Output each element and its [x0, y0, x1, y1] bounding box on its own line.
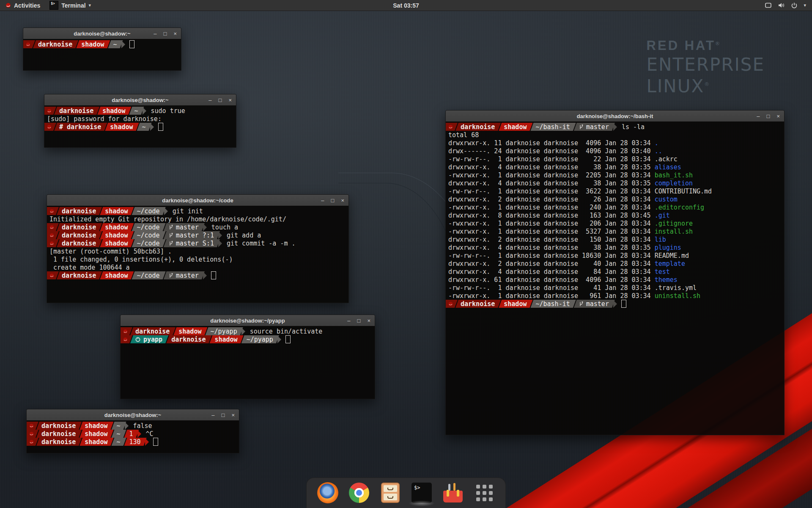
prompt-segment-host: shadow — [80, 430, 113, 438]
terminal-window-code: darknoise@shadow:~/code –□× darknoisesha… — [47, 194, 349, 303]
prompt-segment-host: shadow — [100, 239, 134, 247]
output-line: -rw-rw-r--. 1 darknoise darknoise 18630 … — [446, 251, 784, 260]
files-icon[interactable] — [379, 482, 401, 504]
maximize-button[interactable]: □ — [164, 31, 167, 36]
volume-icon — [778, 2, 785, 8]
maximize-button[interactable]: □ — [219, 97, 222, 103]
prompt-segment-err: 130 — [124, 438, 147, 446]
command-text: touch a — [211, 224, 238, 231]
fedora-icon — [27, 422, 38, 430]
terminal-window-sudo: darknoise@shadow:~ –□× darknoiseshadow~s… — [44, 94, 236, 148]
prompt-segment-path: ~ — [137, 123, 152, 131]
file-name: custom — [655, 196, 678, 203]
file-name: lib — [655, 236, 666, 243]
command-text: sudo true — [151, 107, 185, 115]
output-line: -rwxrwxr-x. 1 darknoise darknoise 206 Ja… — [446, 219, 784, 227]
terminal-cursor — [621, 300, 626, 308]
command-text: ls -la — [622, 123, 645, 131]
close-button[interactable]: × — [231, 412, 235, 418]
close-button[interactable]: × — [228, 97, 232, 103]
clock[interactable]: Sat 03:57 — [393, 2, 419, 9]
titlebar[interactable]: darknoise@shadow:~/pyapp –□× — [121, 315, 375, 326]
window-title: darknoise@shadow:~/bash-it — [446, 110, 784, 121]
firefox-icon[interactable] — [317, 482, 339, 504]
prompt-segment-git: master — [574, 300, 615, 308]
window-title: darknoise@shadow:~/code — [47, 195, 348, 206]
close-button[interactable]: × — [367, 318, 370, 323]
minimize-button[interactable]: – — [211, 412, 214, 418]
minimize-button[interactable]: – — [321, 198, 324, 203]
maximize-button[interactable]: □ — [331, 198, 335, 203]
maximize-button[interactable]: □ — [767, 113, 770, 119]
caret-down-icon: ▾ — [89, 3, 91, 8]
prompt-segment-host: shadow — [80, 438, 113, 446]
close-button[interactable]: × — [173, 31, 177, 36]
app-menu-terminal[interactable]: $> Terminal ▾ — [45, 0, 95, 11]
file-name: .gitignore — [655, 220, 693, 227]
prompt-line: darknoiseshadow~/codemaster ?:1git add a — [47, 231, 348, 239]
output-line: -rwxrwxr-x. 1 darknoise darknoise 2205 J… — [446, 171, 784, 179]
titlebar[interactable]: darknoise@shadow:~/bash-it –□× — [446, 110, 784, 122]
output-line: -rwxrwxr-x. 1 darknoise darknoise 240 Ja… — [446, 203, 784, 211]
maximize-button[interactable]: □ — [357, 318, 361, 323]
fedora-icon — [47, 271, 59, 279]
prompt-segment-path: ~ — [111, 422, 126, 430]
close-button[interactable]: × — [341, 198, 344, 203]
prompt-line: darknoiseshadow~/bash-itmasterls -la — [446, 123, 784, 131]
output-line: total 68 — [446, 131, 784, 139]
prompt-segment-user: darknoise — [57, 231, 102, 239]
file-name: test — [655, 268, 670, 276]
output-line: Initialized empty Git repository in /hom… — [47, 215, 348, 223]
terminal-body[interactable]: darknoiseshadow~/codegit initInitialized… — [47, 206, 348, 303]
prompt-segment-path: ~/code — [132, 207, 165, 215]
titlebar[interactable]: darknoise@shadow:~ –□× — [44, 94, 236, 106]
terminal-icon[interactable]: $> — [411, 482, 433, 504]
terminal-body[interactable]: darknoiseshadow~/bash-itmasterls -latota… — [446, 121, 784, 435]
prompt-line: darknoiseshadow~1^C — [27, 430, 239, 438]
titlebar[interactable]: darknoise@shadow:~ –□× — [27, 409, 239, 421]
command-text: git commit -a -m . — [227, 240, 296, 247]
terminal-window-pyapp: darknoise@shadow:~/pyapp –□× darknoisesh… — [120, 315, 375, 399]
output-line: drwxrwxr-x. 11 darknoise darknoise 4096 … — [446, 139, 784, 147]
command-text: false — [133, 422, 152, 430]
minimize-button[interactable]: – — [208, 97, 211, 103]
activities-button[interactable]: Activities — [0, 0, 45, 11]
prompt-segment-path: ~ — [111, 438, 126, 446]
file-name: .git — [655, 212, 670, 219]
fedora-icon — [121, 327, 132, 335]
terminal-cursor — [153, 438, 158, 446]
maximize-button[interactable]: □ — [222, 412, 225, 418]
terminal-body[interactable]: darknoiseshadow~ — [23, 39, 181, 70]
minimize-button[interactable]: – — [757, 113, 760, 119]
toolbox-icon[interactable] — [442, 482, 464, 504]
titlebar[interactable]: darknoise@shadow:~/code –□× — [47, 195, 348, 206]
file-name: .travis.yml — [655, 284, 697, 292]
file-name: .editorconfig — [655, 204, 704, 211]
output-line: drwxrwxr-x. 4 darknoise darknoise 38 Jan… — [446, 163, 784, 171]
terminal-body[interactable]: darknoiseshadow~sudo true[sudo] password… — [44, 105, 236, 147]
chrome-icon[interactable] — [348, 482, 370, 504]
minimize-button[interactable]: – — [347, 318, 350, 323]
prompt-segment-path: ~/code — [132, 239, 165, 247]
titlebar[interactable]: darknoise@shadow:~ –□× — [23, 28, 181, 39]
prompt-line: darknoiseshadow~/codemaster — [47, 271, 348, 279]
terminal-window-home-2: darknoise@shadow:~ –□× darknoiseshadow~f… — [26, 409, 239, 453]
prompt-segment-path: ~/bash-it — [530, 300, 576, 308]
close-button[interactable]: × — [776, 113, 780, 119]
terminal-body[interactable]: darknoiseshadow~/pyappsource bin/activat… — [121, 326, 375, 399]
prompt-segment-host: shadow — [100, 223, 134, 231]
system-status-area[interactable]: ▾ — [765, 0, 812, 11]
command-text: source bin/activate — [250, 328, 323, 335]
prompt-segment-user: darknoise — [57, 271, 102, 279]
prompt-segment-git: master — [164, 271, 205, 279]
terminal-body[interactable]: darknoiseshadow~falsedarknoiseshadow~1^C… — [27, 420, 239, 453]
output-line: -rw-rw-r--. 1 darknoise darknoise 3622 J… — [446, 187, 784, 195]
output-line: drwxrwxr-x. 4 darknoise darknoise 38 Jan… — [446, 179, 784, 187]
command-text: ^C — [146, 430, 154, 438]
minimize-button[interactable]: – — [154, 31, 156, 36]
fedora-icon — [47, 223, 59, 231]
prompt-segment-user: darknoise — [455, 123, 501, 131]
prompt-segment-host: shadow — [499, 123, 532, 131]
app-grid-icon[interactable] — [473, 482, 495, 504]
prompt-line: pyappdarknoiseshadow~/pyapp — [121, 335, 375, 343]
